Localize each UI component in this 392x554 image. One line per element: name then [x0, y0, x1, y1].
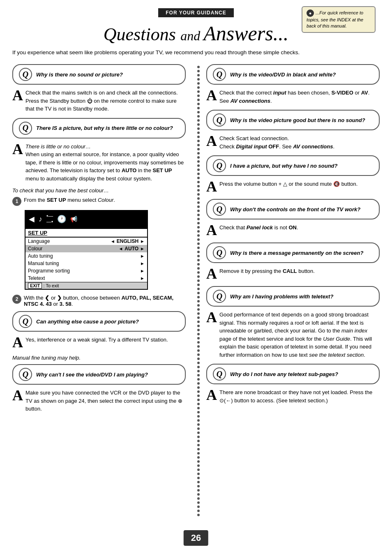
separator-dot — [197, 218, 200, 220]
page: FOR YOUR GUIDANCE ●...For quick referenc… — [0, 0, 392, 554]
separator-dot — [197, 74, 200, 76]
separator-dot — [197, 481, 200, 483]
separator-dot — [197, 255, 200, 257]
setup-row-manual-tuning: Manual tuning ► — [25, 260, 147, 267]
separator-dot — [197, 95, 200, 97]
separator-dot — [197, 119, 200, 122]
separator-dot — [197, 107, 200, 109]
separator-dot — [197, 329, 200, 331]
header: FOR YOUR GUIDANCE ●...For quick referenc… — [12, 8, 380, 17]
a-letter-1: A — [12, 88, 23, 103]
separator-dot — [197, 440, 200, 442]
separator-dot — [197, 267, 200, 270]
a-block-1: A Check that the mains switch is on and … — [12, 88, 186, 113]
rq-icon-2: Q — [213, 113, 226, 127]
ra-text-5: Remove it by pressing the CALL button. — [219, 266, 315, 275]
separator-dot — [197, 123, 200, 126]
separator-dot — [197, 140, 200, 142]
separator-dot — [197, 395, 200, 397]
separator-dot — [197, 460, 200, 463]
separator-dot — [197, 419, 200, 422]
a-block-4: A Make sure you have connected the VCR o… — [12, 388, 186, 413]
setup-right-colour: ◄ AUTO ► — [118, 246, 145, 252]
q-text-4: Why can't I see the video/DVD I am playi… — [36, 372, 148, 378]
separator-dot — [197, 497, 200, 500]
separator-dot — [197, 70, 200, 72]
separator-dot — [197, 506, 200, 508]
rq-text-7: Why do I not have any teletext sub-pages… — [230, 371, 338, 377]
rq-text-3: I have a picture, but why have I no soun… — [230, 163, 338, 169]
setup-row-programme-sorting: Programme sorting ► — [25, 267, 147, 275]
page-number: 26 — [184, 530, 208, 546]
q-block-4: Q Why can't I see the video/DVD I am pla… — [12, 364, 186, 385]
ra-letter-7: A — [206, 388, 217, 402]
ra-letter-5: A — [206, 266, 217, 281]
separator-dot — [197, 164, 200, 167]
separator-dot — [197, 378, 200, 381]
separator-dot — [197, 333, 200, 335]
a-block-2: A There is little or no colour… When usi… — [12, 142, 186, 183]
separator-dot — [197, 321, 200, 323]
separator-dot — [197, 444, 200, 446]
setup-arrow-manual-tuning: ► — [140, 261, 145, 266]
setup-row-language: Language ◄ ENGLISH ► — [25, 238, 147, 245]
a-text-1: Check that the mains switch is on and ch… — [25, 88, 186, 113]
q-block-2: Q There IS a picture, but why is there l… — [12, 118, 186, 138]
separator-dot — [197, 226, 200, 229]
separator-dot — [197, 325, 200, 327]
separator-dot — [197, 312, 200, 315]
separator-dot — [197, 296, 200, 298]
q-icon-2: Q — [19, 122, 32, 135]
intro-text: If you experience what seem like problem… — [12, 48, 380, 57]
separator-dot — [197, 230, 200, 233]
separator-dot — [197, 366, 200, 368]
separator-dot — [197, 386, 200, 389]
ra-block-1: A Check that the correct input has been … — [206, 88, 380, 105]
setup-label-auto-tuning: Auto tuning — [28, 253, 53, 259]
step-1-row: 1 From the SET UP menu select Colour. — [12, 197, 186, 206]
separator-dot — [197, 436, 200, 438]
rq-text-2: Why is the video picture good but there … — [230, 117, 365, 123]
ra-letter-4: A — [206, 223, 217, 238]
title-questions: Questions — [104, 24, 176, 44]
title-and: and — [180, 28, 203, 43]
separator-dot — [197, 489, 200, 492]
separator-dot — [197, 477, 200, 479]
q-text-3: Can anything else cause a poor picture? — [36, 319, 139, 325]
rq-icon-3: Q — [213, 159, 226, 172]
manual-fine-tuning-note: Manual fine tuning may help. — [12, 355, 186, 361]
separator-dot — [197, 156, 200, 159]
setup-right-language: ◄ ENGLISH ► — [111, 238, 145, 244]
q-block-3: Q Can anything else cause a poor picture… — [12, 311, 186, 332]
colour-check-note: To check that you have the best colour… — [12, 187, 186, 194]
separator-dot — [197, 99, 200, 101]
separator-dot — [197, 288, 200, 290]
ra-block-6: A Good performance of text depends on a … — [206, 310, 380, 359]
tv-icon-settings: •——• — [46, 213, 53, 225]
separator-dot — [197, 242, 200, 245]
rq-block-7: Q Why do I not have any teletext sub-pag… — [206, 364, 380, 384]
dot-separator: // Will be rendered via JS below — [197, 64, 200, 418]
separator-dot — [197, 456, 200, 459]
separator-dot — [197, 300, 200, 302]
separator-dot — [197, 390, 200, 393]
separator-dot — [197, 263, 200, 265]
separator-dot — [197, 82, 200, 85]
ra-text-6: Good performance of text depends on a go… — [219, 310, 380, 359]
ra-block-2: A Check Scart lead connection.Check Digi… — [206, 134, 380, 150]
setup-table: SET UP Language ◄ ENGLISH ► Colour — [25, 228, 148, 290]
separator-dot — [197, 304, 200, 307]
setup-arrow-programme-sorting: ► — [140, 268, 145, 273]
separator-dot — [197, 399, 200, 401]
exit-text: : To exit — [44, 283, 59, 288]
exit-button[interactable]: EXIT — [28, 283, 42, 289]
left-column: Q Why is there no sound or picture? A Ch… — [12, 64, 194, 418]
separator-dot — [197, 514, 200, 516]
separator-dot — [197, 173, 200, 175]
separator-dot — [197, 181, 200, 183]
ra-block-7: A There are none broadcast or they have … — [206, 388, 380, 404]
separator-dot — [197, 103, 200, 105]
q-text-2: There IS a picture, but why is there lit… — [36, 125, 173, 131]
ra-text-4: Check that Panel lock is not ON. — [219, 223, 298, 232]
ra-text-1: Check that the correct input has been ch… — [219, 88, 380, 105]
